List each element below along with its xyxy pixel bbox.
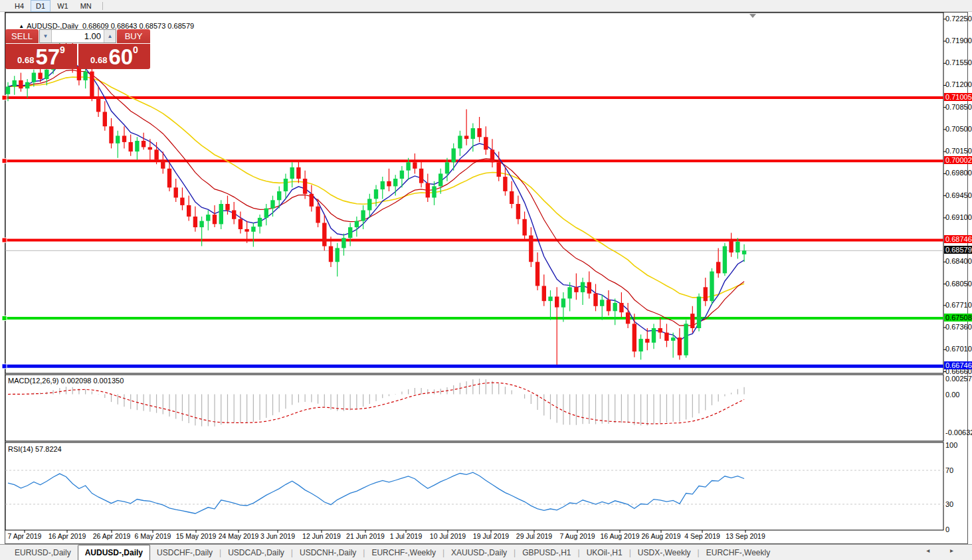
sell-price-prefix: 0.68 (17, 54, 34, 67)
macd-axis-label: 0.00 (945, 391, 971, 399)
level-price-badge: 0.67508 (944, 314, 972, 322)
date-axis-label: 13 Sep 2019 (726, 532, 765, 540)
macd-indicator-label: MACD(12,26,9) 0.002098 0.001350 (8, 377, 124, 385)
rsi-indicator-label: RSI(14) 57.8224 (8, 445, 62, 453)
buy-button[interactable]: BUY (117, 29, 150, 43)
date-axis-label: 1 Jul 2019 (390, 532, 422, 540)
date-axis-label: 29 Jul 2019 (516, 532, 552, 540)
macd-axis-label: -0.006326 (945, 428, 971, 436)
date-axis-label: 21 Jun 2019 (346, 532, 385, 540)
price-axis-label: 0.67010 (945, 345, 971, 353)
rsi-axis-label: 0 (945, 525, 971, 533)
date-axis-label: 16 Apr 2019 (49, 532, 86, 540)
volume-increase-button[interactable]: ▲ (104, 30, 116, 43)
price-axis-label: 0.67360 (945, 323, 971, 331)
chart-tab-eurchf-weekly[interactable]: EURCHF-,Weekly (365, 545, 442, 560)
volume-decrease-button[interactable]: ▼ (40, 30, 52, 43)
date-axis-label: 15 May 2019 (176, 532, 217, 540)
date-axis-label: 7 Aug 2019 (559, 532, 595, 540)
date-axis-label: 6 May 2019 (135, 532, 171, 540)
one-click-trade-panel: SELL ▼ ▲ BUY 0.68 57 9 0.68 60 0 (5, 29, 150, 69)
buy-price-prefix: 0.68 (90, 54, 107, 67)
price-axis-label: 0.71900 (945, 37, 971, 45)
price-axis-label: 0.69450 (945, 191, 971, 199)
current-price-badge: 0.68579 (944, 246, 972, 254)
level-price-badge: 0.70002 (944, 156, 972, 164)
date-axis-label: 3 Jun 2019 (260, 532, 295, 540)
chart-tab-usdcad-daily[interactable]: USDCAD-,Daily (221, 545, 291, 560)
price-axis-label: 0.71550 (945, 58, 971, 66)
price-axis-label: 0.69800 (945, 169, 971, 177)
date-axis-label: 26 Apr 2019 (93, 532, 131, 540)
chart-tab-ukoil-h1[interactable]: UKOil-,H1 (580, 545, 629, 560)
date-axis-label: 16 Aug 2019 (601, 532, 640, 540)
sell-price-display[interactable]: 0.68 57 9 (5, 44, 77, 69)
price-axis-label: 0.70150 (945, 147, 971, 155)
chart-tab-usdcnh-daily[interactable]: USDCNH-,Daily (293, 545, 363, 560)
date-axis-label: 24 May 2019 (219, 532, 259, 540)
date-axis-label: 19 Jul 2019 (473, 532, 509, 540)
sell-button[interactable]: SELL (5, 29, 39, 43)
buy-price-display[interactable]: 0.68 60 0 (78, 44, 150, 69)
chart-tab-usdchf-daily[interactable]: USDCHF-,Daily (150, 545, 219, 560)
rsi-axis-label: 100 (945, 441, 971, 449)
chart-tab-audusd-daily[interactable]: AUDUSD-,Daily (78, 545, 150, 560)
price-axis-label: 0.72250 (945, 15, 971, 23)
date-axis-label: 26 Aug 2019 (642, 532, 681, 540)
price-axis-label: 0.69100 (945, 213, 971, 221)
price-axis-label: 0.71200 (945, 80, 971, 88)
volume-stepper: ▼ ▲ (39, 29, 116, 43)
rsi-axis-label: 30 (945, 500, 971, 508)
chart-tab-eurusd-daily[interactable]: EURUSD-,Daily (8, 545, 78, 560)
price-axis-label: 0.70850 (945, 103, 971, 111)
chart-tab-usdx-weekly[interactable]: USDX-,Weekly (631, 545, 698, 560)
date-axis-label: 12 Jun 2019 (302, 532, 341, 540)
level-price-badge: 0.66746 (944, 361, 972, 369)
chart-shift-marker-icon[interactable] (749, 14, 756, 18)
price-axis-label: 0.68400 (945, 257, 971, 265)
chart-tab-eurchf-weekly[interactable]: EURCHF-,Weekly (700, 545, 777, 560)
chart-tab-gbpusd-h1[interactable]: GBPUSD-,H1 (516, 545, 577, 560)
price-axis-label: 0.68050 (945, 280, 971, 288)
collapse-arrow-icon[interactable]: ▲ (19, 23, 24, 29)
date-axis-label: 10 Jul 2019 (430, 532, 466, 540)
sell-price-main: 57 (35, 47, 60, 67)
price-chart-canvas[interactable] (0, 0, 972, 543)
volume-input[interactable] (52, 30, 104, 43)
sell-price-pipette: 9 (60, 45, 65, 54)
price-axis-label: 0.67710 (945, 301, 971, 309)
level-price-badge: 0.68746 (944, 235, 972, 243)
price-axis-label: 0.70500 (945, 125, 971, 133)
chart-tab-xauusd-daily[interactable]: XAUUSD-,Daily (444, 545, 514, 560)
tab-scroll-arrows[interactable]: ◂ ▸ (926, 547, 963, 554)
rsi-axis-label: 70 (945, 466, 971, 474)
buy-price-pipette: 0 (133, 45, 138, 54)
level-price-badge: 0.71005 (944, 93, 972, 101)
buy-price-main: 60 (108, 47, 133, 67)
macd-axis-label: 0.002574 (945, 375, 971, 383)
date-axis-label: 7 Apr 2019 (8, 532, 42, 540)
mt4-window: H4D1W1MN ▲AUDUSD-,Daily 0.68609 0.68643 … (0, 0, 972, 560)
date-axis-label: 4 Sep 2019 (684, 532, 720, 540)
chart-tab-bar: EURUSD-,DailyAUDUSD-,DailyUSDCHF-,Daily|… (0, 544, 972, 560)
